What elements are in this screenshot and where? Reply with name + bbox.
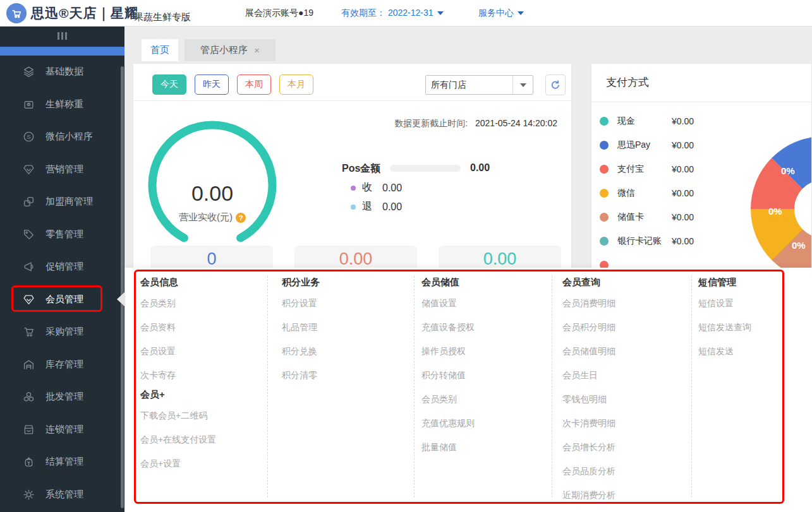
date-filter-button[interactable]: 昨天 (195, 74, 229, 95)
menu-item[interactable]: 会员+设置 (140, 451, 264, 475)
menu-item[interactable]: 充值优惠规则 (421, 411, 548, 435)
menu-item[interactable]: 会员类别 (140, 291, 264, 315)
validity-dropdown[interactable]: 有效期至： 2022-12-31 (341, 8, 444, 19)
sidebar-item[interactable]: 连锁管理 (0, 414, 124, 446)
sidebar-item[interactable]: 批发管理 (0, 381, 124, 414)
payment-row: 储值卡 ¥0.00 (600, 205, 726, 229)
sidebar-item-label: 微信小程序 (45, 131, 93, 143)
refresh-button[interactable] (545, 74, 566, 95)
menu-item[interactable]: 充值设备授权 (421, 315, 548, 339)
payment-method-label: 储值卡 (617, 211, 663, 223)
sidebar-item-label: 促销管理 (45, 261, 83, 273)
layers-icon (23, 66, 35, 78)
refund-label: 退 (362, 200, 372, 213)
menu-item[interactable]: 会员增长分析 (562, 435, 686, 459)
payment-row: 现金 ¥0.00 (600, 109, 726, 133)
legend-dot-icon (600, 213, 609, 222)
menu-item[interactable]: 次卡消费明细 (562, 411, 686, 435)
menu-item[interactable]: 近期消费分析 (562, 483, 686, 507)
cart-logo-icon (6, 3, 27, 23)
date-filter-button[interactable]: 本月 (279, 74, 313, 95)
menu-item[interactable]: 积分转储值 (421, 363, 548, 387)
sidebar-item[interactable]: 营销管理 (0, 153, 124, 186)
date-filter-button[interactable]: 本周 (237, 74, 271, 95)
legend-dot-icon (600, 141, 609, 150)
menu-item[interactable]: 礼品管理 (282, 315, 408, 339)
tab-mini-program[interactable]: 管店小程序 × (185, 39, 276, 61)
income-label: 收 (362, 181, 372, 194)
system-gear-icon (23, 488, 35, 501)
sidebar-item-label: 系统管理 (45, 489, 83, 501)
menu-item[interactable]: 会员资料 (140, 315, 264, 339)
menu-item[interactable]: 短信发送 (698, 339, 780, 363)
menu-item[interactable]: 会员消费明细 (562, 291, 686, 315)
sidebar-item[interactable]: S 微信小程序 (0, 121, 124, 153)
store-select[interactable]: 所有门店 (425, 75, 533, 95)
sidebar-item[interactable]: 加盟商管理 (0, 186, 124, 218)
payment-row: 银行卡记账 ¥0.00 (600, 229, 726, 253)
sidebar-item-label: 采购管理 (45, 326, 83, 338)
menu-item[interactable]: 积分设置 (282, 291, 408, 315)
menu-item[interactable]: 批量储值 (421, 435, 548, 459)
menu-item[interactable]: 会员+在线支付设置 (140, 427, 264, 451)
menu-item[interactable]: 短信设置 (698, 291, 780, 315)
sidebar-item[interactable]: 结算管理 (0, 446, 124, 479)
menu-item[interactable]: 会员积分明细 (562, 315, 686, 339)
legend-dot-icon (600, 189, 609, 198)
sidebar-item[interactable]: 基础数据 (0, 56, 124, 88)
gauge-center: 0.00 营业实收(元) ? (146, 181, 279, 223)
account-label: 展会演示账号●19 (245, 8, 313, 19)
payment-method-value: ¥0.00 (672, 116, 694, 126)
sidebar-item[interactable]: 零售管理 (0, 218, 124, 251)
help-icon[interactable]: ? (236, 213, 246, 223)
menu-item[interactable]: 次卡寄存 (140, 363, 264, 387)
legend-dot-icon (600, 117, 609, 126)
menu-group-title: 短信管理 (698, 275, 780, 291)
svg-text:S: S (27, 133, 30, 140)
tab-home[interactable]: 首页 (142, 39, 178, 61)
menu-item[interactable]: 操作员授权 (421, 339, 548, 363)
payment-legend: 现金 ¥0.00 思迅Pay ¥0.00 支付宝 ¥0.00 微信 ¥0.00 (600, 109, 726, 277)
sidebar-item[interactable]: 促销管理 (0, 251, 124, 283)
sidebar-item[interactable]: 库存管理 (0, 348, 124, 381)
menu-item[interactable]: 积分清零 (282, 363, 408, 387)
menu-item[interactable]: 下载会员+二维码 (140, 403, 264, 427)
chain-store-icon (23, 423, 35, 436)
close-icon[interactable]: × (254, 45, 260, 56)
purchase-cart-icon (23, 326, 35, 338)
menu-item[interactable]: 积分兑换 (282, 339, 408, 363)
marketing-gem-icon (23, 163, 35, 176)
sidebar-item[interactable]: 会员管理 (0, 283, 124, 316)
legend-dot-icon (600, 237, 609, 246)
data-update-time: 数据更新截止时间: 2021-05-24 14:20:02 (394, 118, 557, 129)
select-arrow-zone[interactable] (512, 76, 533, 94)
menu-group-title: 会员信息 (140, 275, 264, 291)
revenue-value: 0.00 (146, 181, 279, 206)
menu-item[interactable]: 会员设置 (140, 339, 264, 363)
service-center-dropdown[interactable]: 服务中心 (478, 8, 524, 19)
sidebar-collapse-icon[interactable] (0, 27, 124, 45)
menu-item[interactable]: 零钱包明细 (562, 387, 686, 411)
menu-item[interactable]: 会员储值明细 (562, 339, 686, 363)
payment-method-label: 支付宝 (617, 164, 663, 175)
flyout-column-member-info: 会员信息会员类别会员资料会员设置次卡寄存会员+下载会员+二维码会员+在线支付设置… (140, 275, 264, 475)
sidebar-item[interactable]: 生鲜称重 (0, 88, 124, 121)
member-gem-icon (23, 293, 35, 306)
menu-item[interactable]: 储值设置 (421, 291, 548, 315)
date-filter-button[interactable]: 今天 (152, 74, 186, 95)
menu-item[interactable]: 会员生日 (562, 363, 686, 387)
app-window: 思迅®天店｜星耀 果蔬生鲜专版 展会演示账号●19 有效期至： 2022-12-… (0, 0, 812, 512)
payment-method-value: ¥0.00 (672, 140, 694, 150)
menu-item[interactable]: 短信发送查询 (698, 315, 780, 339)
sidebar-scrollbar[interactable] (121, 66, 124, 508)
sidebar-item[interactable]: 系统管理 (0, 479, 124, 511)
service-center-text: 服务中心 (478, 8, 514, 19)
chevron-down-icon (437, 11, 444, 15)
payment-title: 支付方式 (606, 75, 649, 90)
menu-item[interactable]: 会员类别 (421, 387, 548, 411)
menu-group-title: 会员+ (140, 387, 264, 403)
sidebar-item-label: 批发管理 (45, 391, 83, 403)
menu-item[interactable]: 会员品质分析 (562, 459, 686, 483)
menu-group-title: 会员储值 (421, 275, 548, 291)
sidebar-item[interactable]: 采购管理 (0, 316, 124, 348)
